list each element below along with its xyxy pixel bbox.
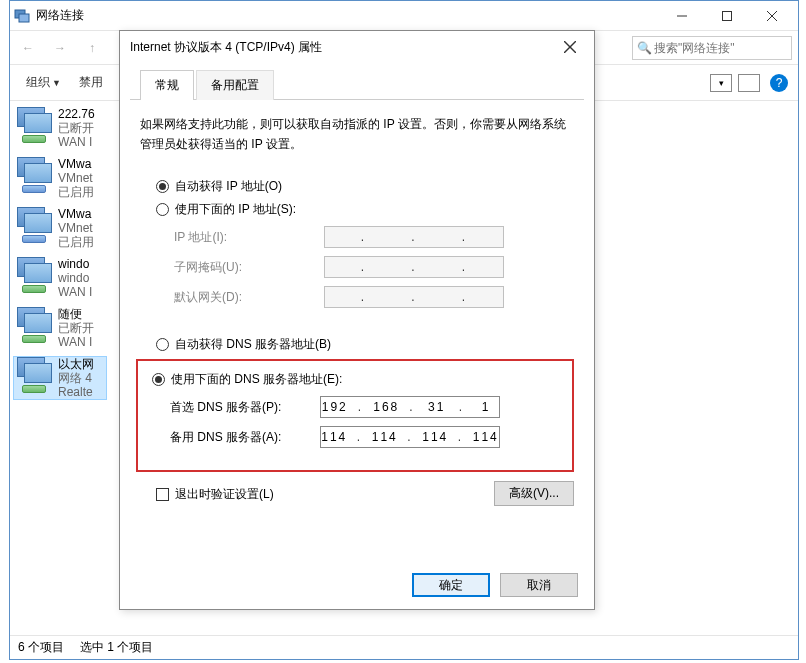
dns-alternate-input[interactable]: 114.114.114.114 — [320, 426, 500, 448]
network-adapter-icon — [14, 307, 54, 343]
svg-rect-1 — [19, 14, 29, 22]
connection-item[interactable]: 222.76已断开WAN I — [14, 107, 106, 149]
radio-icon — [156, 338, 169, 351]
tab-general[interactable]: 常规 — [140, 70, 194, 100]
intro-text: 如果网络支持此功能，则可以获取自动指派的 IP 设置。否则，你需要从网络系统管理… — [140, 114, 574, 154]
network-adapter-icon — [14, 157, 54, 193]
advanced-button[interactable]: 高级(V)... — [494, 481, 574, 506]
connection-item[interactable]: 以太网网络 4Realte — [14, 357, 106, 399]
radio-dns-auto[interactable]: 自动获得 DNS 服务器地址(B) — [156, 336, 574, 353]
dialog-titlebar: Internet 协议版本 4 (TCP/IPv4) 属性 — [120, 31, 594, 63]
maximize-button[interactable] — [704, 1, 749, 30]
connection-label: 以太网网络 4Realte — [58, 357, 106, 399]
cancel-button[interactable]: 取消 — [500, 573, 578, 597]
connection-label: 222.76已断开WAN I — [58, 107, 106, 149]
radio-ip-manual[interactable]: 使用下面的 IP 地址(S): — [156, 201, 574, 218]
connection-item[interactable]: VMwaVMnet已启用 — [14, 207, 106, 249]
dialog-title: Internet 协议版本 4 (TCP/IPv4) 属性 — [130, 39, 556, 56]
help-icon[interactable]: ? — [770, 74, 788, 92]
dns-highlight-box: 使用下面的 DNS 服务器地址(E): 首选 DNS 服务器(P): 192.1… — [136, 359, 574, 472]
network-adapter-icon — [14, 257, 54, 293]
radio-ip-auto[interactable]: 自动获得 IP 地址(O) — [156, 178, 574, 195]
selected-count: 选中 1 个项目 — [80, 639, 153, 656]
connection-item[interactable]: windowindoWAN I — [14, 257, 106, 299]
window-title: 网络连接 — [36, 7, 659, 24]
connection-item[interactable]: 随便已断开WAN I — [14, 307, 106, 349]
connection-label: windowindoWAN I — [58, 257, 106, 299]
subnet-row: 子网掩码(U): ... — [174, 256, 574, 278]
organize-menu[interactable]: 组织 ▼ — [20, 71, 67, 94]
connection-label: VMwaVMnet已启用 — [58, 157, 106, 199]
item-count: 6 个项目 — [18, 639, 64, 656]
minimize-button[interactable] — [659, 1, 704, 30]
forward-button[interactable]: → — [48, 36, 72, 60]
connections-list: 222.76已断开WAN I VMwaVMnet已启用 VMwaVMnet已启用… — [10, 101, 110, 635]
gateway-row: 默认网关(D): ... — [174, 286, 574, 308]
search-input[interactable] — [654, 41, 787, 55]
radio-icon — [156, 203, 169, 216]
radio-icon — [156, 180, 169, 193]
connection-item[interactable]: VMwaVMnet已启用 — [14, 157, 106, 199]
radio-dns-manual[interactable]: 使用下面的 DNS 服务器地址(E): — [152, 371, 566, 388]
radio-icon — [152, 373, 165, 386]
network-adapter-icon — [14, 357, 54, 393]
connection-label: 随便已断开WAN I — [58, 307, 106, 349]
back-button[interactable]: ← — [16, 36, 40, 60]
chevron-down-icon: ▼ — [52, 78, 61, 88]
tab-alternate[interactable]: 备用配置 — [196, 70, 274, 100]
ip-address-row: IP 地址(I): ... — [174, 226, 574, 248]
ip-address-input: ... — [324, 226, 504, 248]
dialog-buttons: 确定 取消 — [412, 573, 578, 597]
window-icon — [14, 8, 30, 24]
gateway-input: ... — [324, 286, 504, 308]
checkbox-icon — [156, 488, 169, 501]
dialog-body: 如果网络支持此功能，则可以获取自动指派的 IP 设置。否则，你需要从网络系统管理… — [120, 100, 594, 517]
ok-button[interactable]: 确定 — [412, 573, 490, 597]
dialog-close-button[interactable] — [556, 33, 584, 61]
dns-alternate-row: 备用 DNS 服务器(A): 114.114.114.114 — [170, 426, 566, 448]
ipv4-properties-dialog: Internet 协议版本 4 (TCP/IPv4) 属性 常规 备用配置 如果… — [119, 30, 595, 610]
up-button[interactable]: ↑ — [80, 36, 104, 60]
view-mode-1[interactable]: ▾ — [710, 74, 732, 92]
disable-button[interactable]: 禁用 — [73, 71, 109, 94]
network-adapter-icon — [14, 207, 54, 243]
network-adapter-icon — [14, 107, 54, 143]
statusbar: 6 个项目 选中 1 个项目 — [10, 635, 798, 659]
svg-rect-3 — [722, 11, 731, 20]
titlebar: 网络连接 — [10, 1, 798, 31]
connection-label: VMwaVMnet已启用 — [58, 207, 106, 249]
close-button[interactable] — [749, 1, 794, 30]
search-icon: 🔍 — [637, 41, 652, 55]
dns-preferred-input[interactable]: 192.168.31.1 — [320, 396, 500, 418]
search-box[interactable]: 🔍 — [632, 36, 792, 60]
dns-preferred-row: 首选 DNS 服务器(P): 192.168.31.1 — [170, 396, 566, 418]
dialog-tabs: 常规 备用配置 — [130, 63, 584, 100]
view-mode-2[interactable] — [738, 74, 760, 92]
subnet-input: ... — [324, 256, 504, 278]
